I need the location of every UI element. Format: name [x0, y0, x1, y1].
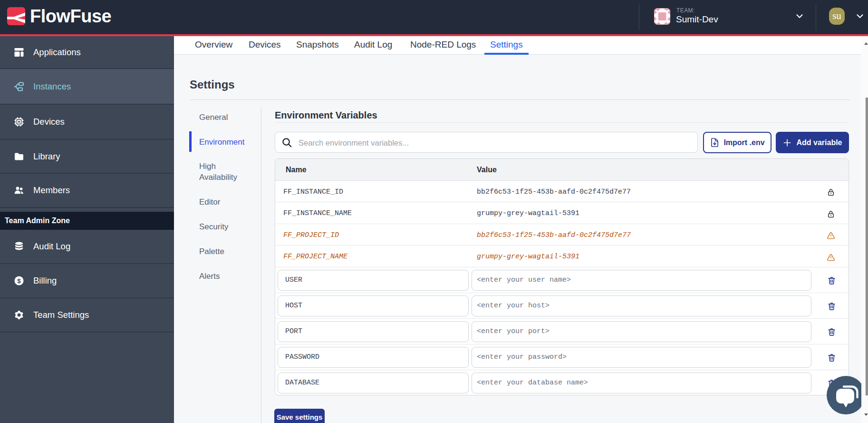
svg-text:$: $ — [17, 277, 21, 285]
